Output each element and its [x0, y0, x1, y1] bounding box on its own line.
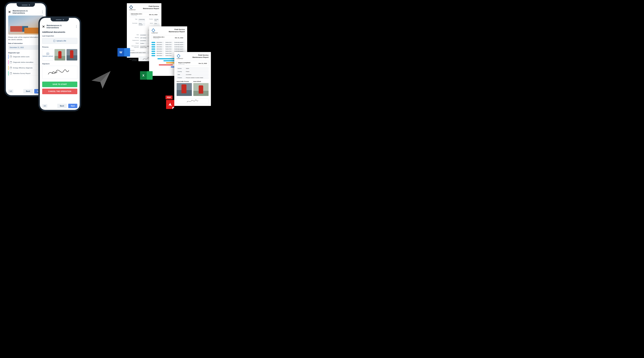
diagnostic-option[interactable]: Asbestos Survey Report	[8, 71, 43, 76]
diagnostic-option[interactable]: Diagnostic before demolition	[8, 60, 43, 64]
table-cell: Intervention	[156, 52, 164, 54]
status-pill	[152, 53, 155, 54]
kv-key: Sector	[146, 22, 153, 26]
more-icon[interactable]	[75, 25, 77, 28]
table-row: InterventionSection 29-AConformity inspe…	[152, 50, 185, 52]
word-icon: W	[118, 48, 130, 56]
calendar-icon	[10, 72, 12, 74]
option-label: Diagnostic before demolition	[13, 62, 34, 63]
diagnostic-option[interactable]: Energy efficiency diagnosis	[8, 66, 43, 70]
table-cell: Conformity inspection OK	[174, 44, 185, 46]
upload-file-label: Upload a file	[56, 40, 66, 42]
close-icon[interactable]	[8, 10, 11, 13]
picture-thumbnail[interactable]	[66, 49, 77, 60]
more-icon[interactable]	[41, 10, 43, 13]
report-title-2: Maintenance Report	[169, 30, 185, 33]
kv-val: Conforming	[138, 18, 145, 22]
gantt-bar	[158, 58, 176, 59]
kv-key: Replacement	[129, 40, 139, 42]
screen-title: Maintenances & Interventions	[46, 24, 74, 29]
svg-marker-0	[130, 6, 133, 9]
field-val: Pressure variation in section 34eAZ	[186, 77, 208, 78]
table-row: InterventionSection 29-AConformity inspe…	[152, 44, 185, 46]
hero-image	[8, 16, 43, 34]
status-pill	[152, 42, 155, 43]
status-pill	[152, 51, 155, 52]
calendar-icon	[10, 56, 12, 58]
company-label: COMPANY	[152, 32, 158, 34]
table-cell: Conformity inspection OK	[174, 50, 185, 52]
option-label: Diagnostic before work	[13, 56, 30, 58]
upload-file-button[interactable]: Upload a file	[42, 38, 77, 44]
meta-sub: Conforming	[153, 38, 164, 39]
pdf-label: PDF	[166, 96, 172, 99]
pdf-icon: PDF	[166, 96, 175, 110]
save-button[interactable]: SAVE TO START	[42, 82, 77, 87]
gantt-bar	[164, 60, 175, 62]
picture-thumbnail[interactable]	[54, 49, 65, 60]
table-cell: Intervention	[156, 50, 164, 52]
table-cell: Section 29-A	[165, 44, 173, 46]
word-letter: W	[118, 48, 124, 56]
field-row: CountryFrance	[177, 70, 208, 73]
company-logo-icon	[129, 5, 133, 9]
meta-date: Dec 21, 2022	[175, 37, 183, 38]
company-logo-icon	[152, 28, 155, 32]
field-key: Date	[178, 74, 184, 75]
back-button[interactable]: Back	[23, 89, 33, 94]
report-title-2: Maintenance Report	[143, 8, 159, 10]
field-val: 21/12/2022	[186, 74, 208, 75]
close-icon[interactable]	[42, 25, 45, 28]
last-inspection-label: Last inspection	[42, 35, 77, 37]
back-button[interactable]: Back	[57, 104, 67, 108]
cancel-button[interactable]: CANCEL THE OPERATION	[42, 88, 77, 94]
table-cell: Intervention	[156, 55, 164, 56]
issue-under-label: Issue Under Process	[177, 81, 192, 82]
kv-val: Pierre Duvukit	[138, 22, 145, 26]
meta-date: Dec 21, 2022	[198, 62, 207, 64]
step-indicator: 1/3	[8, 90, 13, 93]
signature-label: Signature	[42, 63, 77, 64]
diagnostic-option[interactable]: Diagnostic before work	[8, 54, 43, 59]
svg-marker-2	[152, 28, 155, 32]
status-pill	[152, 48, 155, 50]
date-input[interactable]: December 21, 2022	[8, 45, 43, 50]
issue-image	[193, 83, 208, 96]
phone-notch	[50, 18, 69, 22]
table-cell: Section 29-A	[165, 42, 173, 43]
report-title-2: Maintenance Report	[192, 56, 208, 58]
field-key: Section	[178, 68, 184, 69]
sig-date-label: Date & Signature	[129, 58, 137, 60]
calendar-icon	[10, 61, 12, 63]
excel-letter: X	[140, 71, 147, 80]
field-val: 34zEA	[186, 68, 208, 69]
svg-marker-3	[177, 54, 180, 58]
kv-key: Repair	[129, 42, 139, 44]
svg-marker-1	[130, 6, 133, 9]
kv-key: Date	[129, 34, 139, 36]
sig-date-value: 21/12/2022	[129, 60, 137, 61]
camera-icon	[46, 53, 49, 55]
report-title-1: Field Service	[192, 54, 208, 56]
section-heading: Additional documents	[42, 31, 77, 33]
table-cell: Section 29-A	[165, 46, 173, 48]
next-button[interactable]: Next	[68, 104, 77, 108]
meta-date: Dec 21, 2022	[149, 14, 158, 16]
status-pill	[152, 55, 155, 56]
table-cell: Intervention	[156, 42, 164, 43]
company-logo-icon	[177, 54, 180, 58]
meta-title: Report Completed	[178, 62, 190, 64]
option-label: Energy efficiency diagnosis	[13, 67, 32, 69]
upload-icon	[54, 40, 55, 42]
company-label: COMPANY	[129, 9, 136, 10]
report-title-1: Field Service	[169, 28, 185, 30]
upload-picture-button[interactable]: Upload a picture	[42, 49, 53, 60]
meta-title: Intervention 29-A	[131, 13, 142, 15]
field-key: Country	[178, 71, 184, 72]
table-cell: Conformity inspection OK	[174, 48, 185, 50]
meta-sub: Conforming	[178, 64, 190, 65]
status-pill	[152, 46, 155, 48]
report-doc-3: COMPANY Field Service Maintenance Report…	[174, 52, 211, 106]
adobe-icon	[166, 100, 174, 109]
signature-pad[interactable]	[42, 66, 77, 79]
